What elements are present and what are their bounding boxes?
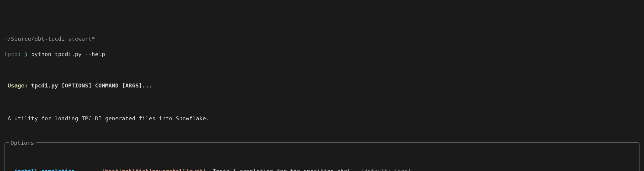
option-row: --install-completion [bash|zsh|fish|powe… [8,167,636,171]
git-dirty-indicator: * [92,36,95,42]
prompt-arrow-icon: ❯ [24,51,28,57]
option-choices: bash|zsh|fish|powershell|pwsh [105,168,203,171]
usage-text: tpcdi.py [OPTIONS] COMMAND [ARGS]... [31,82,152,89]
program-description: A utility for loading TPC-DI generated f… [4,115,640,122]
prompt-path-line: ~/Source/dbt-tpcdi stewart* [4,35,640,43]
typed-command: python tpcdi.py --help [31,51,105,57]
usage-line: Usage: tpcdi.py [OPTIONS] COMMAND [ARGS]… [4,82,640,90]
prompt-command-line[interactable]: tpcdi ❯ python tpcdi.py --help [4,50,640,58]
prompt-env-name: tpcdi [4,51,21,57]
blank-line [4,97,640,105]
options-panel: Options --install-completion [bash|zsh|f… [4,142,640,171]
option-desc: Install completion for the specified she… [213,168,357,171]
options-panel-title: Options [9,139,36,147]
cwd-path: ~/Source/dbt-tpcdi [4,36,65,42]
blank-line [4,66,640,74]
usage-label: Usage: [8,82,28,89]
option-default: [default: None] [361,168,411,171]
option-flag-install-completion: --install-completion [8,168,75,171]
git-branch: stewart [68,36,92,42]
